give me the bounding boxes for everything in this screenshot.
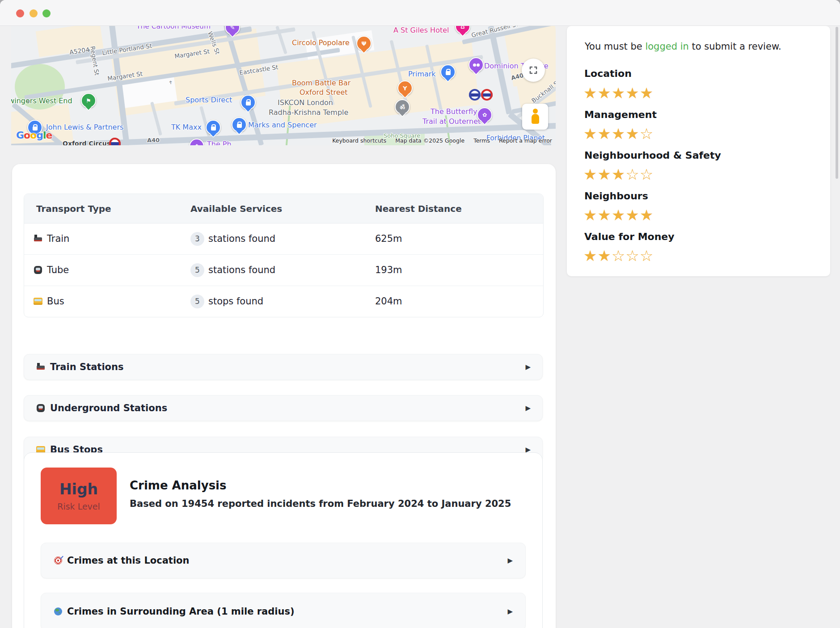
restaurant-marker-icon[interactable]: Ψ	[356, 36, 371, 51]
shopping-bag-marker-icon[interactable]	[241, 95, 256, 110]
tube-icon	[36, 403, 46, 413]
notice-text: to submit a review.	[689, 41, 781, 52]
risk-value: High	[59, 480, 98, 498]
hotel-marker-icon[interactable]: ⌂	[455, 26, 470, 34]
service-text: stations found	[208, 265, 275, 275]
rating-category-location: Location	[584, 68, 632, 79]
poi-label-boom-battle-bar-2[interactable]: Oxford Street	[300, 88, 348, 97]
rating-category-neighbours: Neighbours	[584, 190, 648, 202]
poi-label-cartoon-museum[interactable]: The Cartoon Museum	[136, 26, 211, 30]
count-badge: 5	[190, 263, 204, 277]
risk-level-badge: High Risk Level	[41, 468, 117, 524]
poi-label-iskcon-2[interactable]: Radha-Krishna Temple	[269, 108, 348, 117]
accordion-underground-stations[interactable]: Underground Stations ▶	[24, 395, 543, 421]
accordion-train-stations[interactable]: Train Stations ▶	[24, 354, 543, 380]
poi-label-circolo-popolare[interactable]: Circolo Popolare	[292, 38, 350, 47]
rail-station-icon[interactable]	[481, 89, 493, 101]
bar-marker-icon[interactable]: Y	[397, 80, 413, 96]
poi-label-john-lewis[interactable]: John Lewis & Partners	[46, 123, 123, 131]
star-rating-value-for-money[interactable]: ★★☆☆☆	[583, 248, 654, 263]
star-rating-neighbourhood-safety[interactable]: ★★★☆☆	[583, 167, 654, 182]
accordion-label: Crimes in Surrounding Area (1 mile radiu…	[67, 606, 295, 617]
temple-marker-icon[interactable]: ॐ	[395, 99, 410, 114]
station-label: Oxford Circus	[63, 140, 110, 145]
column-header-transport-type: Transport Type	[36, 194, 111, 223]
pegman-icon	[530, 109, 540, 125]
window-titlebar	[0, 0, 840, 26]
expand-arrow-icon: ▶	[525, 404, 531, 412]
transport-type: Bus	[47, 296, 64, 307]
poi-label-swingers[interactable]: Swingers West End	[11, 97, 72, 105]
train-icon	[33, 234, 43, 244]
poi-label-st-giles-hotel[interactable]: A St Giles Hotel	[393, 26, 449, 34]
keyboard-shortcuts-link[interactable]: Keyboard shortcuts	[332, 137, 386, 144]
poi-label-photographers[interactable]: The Ph	[207, 140, 232, 145]
rating-category-neighbourhood-safety: Neighbourhood & Safety	[584, 150, 721, 161]
fullscreen-button[interactable]	[522, 59, 545, 82]
crime-analysis-subtitle: Based on 19454 reported incidents from F…	[130, 498, 511, 509]
bus-icon	[33, 296, 43, 306]
tube-icon	[33, 265, 43, 275]
table-row-tube: Tube 5stations found 193m	[24, 254, 543, 286]
terms-link[interactable]: Terms	[473, 137, 490, 144]
distance-value: 204m	[375, 286, 402, 317]
close-window-button[interactable]	[16, 9, 24, 17]
golf-marker-icon[interactable]: ⚑	[81, 93, 96, 108]
train-icon	[36, 362, 46, 372]
poi-label-primark[interactable]: Primark	[408, 70, 436, 78]
column-header-nearest-distance: Nearest Distance	[375, 194, 462, 223]
poi-label-boom-battle-bar[interactable]: Boom Battle Bar	[292, 79, 350, 87]
shopping-bag-marker-icon[interactable]	[206, 120, 221, 135]
logged-in-link[interactable]: logged in	[645, 41, 688, 52]
theatre-marker-icon[interactable]	[469, 57, 484, 72]
poi-label-sports-direct[interactable]: Sports Direct	[186, 96, 232, 104]
route-label: A40	[147, 137, 160, 143]
page-content: ➜ ➜ ➜ ➜ A5204 Regent St Little Portland …	[0, 26, 840, 628]
accordion-crimes-at-location[interactable]: Crimes at this Location ▶	[41, 543, 526, 578]
poi-label-butterfly-trail-2[interactable]: Trail at Outernet	[422, 117, 481, 126]
google-map[interactable]: ➜ ➜ ➜ ➜ A5204 Regent St Little Portland …	[11, 26, 556, 145]
star-rating-location[interactable]: ★★★★★	[583, 85, 654, 101]
distance-value: 193m	[375, 254, 402, 286]
underground-station-icon[interactable]	[469, 89, 481, 101]
transport-type: Tube	[47, 265, 69, 275]
distance-value: 625m	[375, 223, 402, 254]
one-way-arrow-icon: ➜	[86, 47, 91, 53]
minimize-window-button[interactable]	[30, 9, 38, 17]
globe-icon	[54, 607, 63, 616]
table-row-train: Train 3stations found 625m	[24, 223, 543, 255]
crime-analysis-title: Crime Analysis	[130, 479, 227, 492]
table-row-bus: Bus 5stops found 204m	[24, 286, 543, 317]
poi-label-iskcon[interactable]: ISKCON London	[278, 98, 333, 107]
risk-label: Risk Level	[57, 502, 100, 511]
star-rating-neighbours[interactable]: ★★★★★	[583, 207, 654, 223]
transport-table-header: Transport Type Available Services Neares…	[24, 194, 543, 223]
poi-label-butterfly-trail[interactable]: The Butterfly	[431, 107, 477, 116]
accordion-crimes-surrounding[interactable]: Crimes in Surrounding Area (1 mile radiu…	[41, 593, 526, 628]
shopping-bag-marker-icon[interactable]	[440, 64, 456, 80]
oxford-circus-station-icon[interactable]	[109, 138, 121, 145]
accordion-label: Crimes at this Location	[67, 555, 189, 566]
shopping-cart-marker-icon[interactable]	[232, 117, 247, 132]
transport-table: Transport Type Available Services Neares…	[24, 194, 544, 317]
zoom-window-button[interactable]	[42, 9, 51, 17]
count-badge: 3	[190, 232, 204, 246]
crime-analysis-card: High Risk Level Crime Analysis Based on …	[24, 452, 543, 628]
one-way-arrow-icon: ➜	[168, 80, 174, 85]
google-logo[interactable]: Google	[16, 130, 52, 141]
poi-label-marks-and-spencer[interactable]: Marks and Spencer	[248, 121, 317, 129]
star-rating-management[interactable]: ★★★★☆	[583, 126, 654, 141]
map-data-label: Map data ©2025 Google	[395, 137, 464, 144]
count-badge: 5	[190, 295, 204, 308]
attraction-marker-icon[interactable]: ✿	[477, 107, 492, 122]
rating-category-value-for-money: Value for Money	[584, 231, 675, 242]
report-map-error-link[interactable]: Report a map error	[499, 137, 552, 144]
pegman-button[interactable]	[522, 104, 548, 130]
login-notice: You must be logged in to submit a review…	[585, 41, 781, 52]
service-text: stations found	[208, 233, 275, 244]
map-attribution: Keyboard shortcuts Map data ©2025 Google…	[332, 137, 552, 144]
scrollbar-thumb[interactable]	[836, 27, 838, 179]
browser-window: ➜ ➜ ➜ ➜ A5204 Regent St Little Portland …	[0, 0, 840, 628]
poi-label-tk-maxx[interactable]: TK Maxx	[171, 123, 202, 131]
expand-arrow-icon: ▶	[525, 363, 531, 371]
